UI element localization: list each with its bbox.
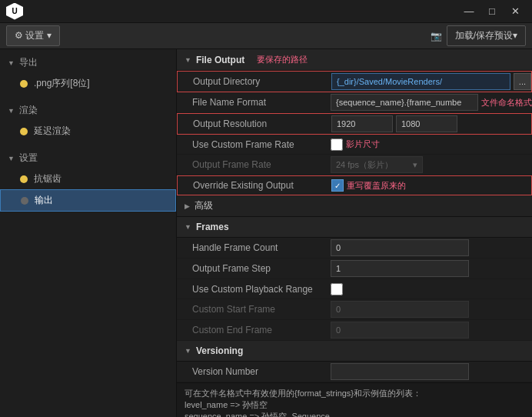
main-layout: ▼ 导出 .png序列[8位] ▼ 渲染 延迟渲染 ▼ 设置 (0, 49, 532, 417)
custom-end-frame-value (331, 322, 532, 339)
toolbar: ⚙ 设置 ▾ 📷 加载/保存预设▾ (0, 23, 532, 49)
frames-header[interactable]: ▼ Frames (177, 217, 532, 238)
dropdown-arrow: ▾ (413, 160, 417, 170)
export-group-label: 导出 (19, 56, 38, 69)
output-directory-label: Output Directory (178, 74, 331, 89)
sidebar-item-antialiasing[interactable]: 抗锯齿 (0, 168, 176, 189)
sidebar-item-deferred[interactable]: 延迟渲染 (0, 121, 176, 142)
output-directory-row: Output Directory ... (177, 71, 532, 92)
use-custom-frame-rate-value: 影片尺寸 (331, 138, 532, 151)
override-existing-row: Override Existing Output ✓ 重写覆盖原来的 (177, 175, 532, 195)
use-custom-frame-rate-checkbox[interactable] (331, 138, 343, 151)
custom-start-frame-value (331, 301, 532, 318)
output-frame-step-row: Output Frame Step (177, 259, 532, 279)
handle-frame-count-value (331, 239, 532, 256)
sidebar-item-png[interactable]: .png序列[8位] (0, 73, 176, 94)
version-number-input[interactable] (331, 363, 469, 380)
settings-button[interactable]: ⚙ 设置 ▾ (6, 25, 60, 46)
render-group-header[interactable]: ▼ 渲染 (0, 100, 176, 121)
deferred-dot (20, 128, 28, 135)
export-group-header[interactable]: ▼ 导出 (0, 52, 176, 73)
use-custom-frame-rate-label: Use Custom Frame Rate (177, 137, 331, 152)
frame-rate-annotation: 影片尺寸 (346, 138, 380, 150)
export-section: ▼ 导出 .png序列[8位] (0, 49, 176, 97)
override-annotation: 重写覆盖原来的 (347, 180, 406, 192)
use-custom-playback-value (331, 283, 532, 295)
output-resolution-row: Output Resolution (177, 113, 532, 135)
custom-start-frame-input[interactable] (331, 301, 469, 318)
advanced-arrow: ▶ (185, 202, 190, 210)
camera-icon: 📷 (431, 31, 442, 42)
version-number-row: Version Number (177, 362, 532, 382)
close-button[interactable]: ✕ (504, 4, 526, 19)
resolution-height-input[interactable] (396, 115, 457, 132)
render-group-label: 渲染 (19, 104, 38, 117)
output-frame-step-input[interactable] (331, 260, 469, 277)
custom-end-frame-label: Custom End Frame (177, 322, 331, 338)
antialiasing-label: 抗锯齿 (34, 172, 62, 185)
custom-end-frame-input[interactable] (331, 322, 469, 339)
load-save-button[interactable]: 加载/保存预设▾ (447, 25, 526, 46)
output-directory-value: ... (331, 73, 531, 90)
output-frame-rate-dropdown[interactable]: 24 fps（影片） ▾ (331, 156, 423, 173)
antialiasing-dot (20, 175, 28, 183)
file-output-arrow: ▼ (185, 56, 191, 64)
sidebar-item-output[interactable]: 输出 (0, 189, 176, 212)
toolbar-right: 📷 加载/保存预设▾ (431, 25, 526, 46)
settings-section: ▼ 设置 抗锯齿 输出 (0, 145, 176, 215)
use-custom-playback-row: Use Custom Playback Range (177, 279, 532, 299)
output-frame-rate-text: 24 fps（影片） (336, 159, 393, 171)
deferred-label: 延迟渲染 (34, 125, 71, 138)
file-name-format-row: File Name Format 文件命名格式 (177, 92, 532, 113)
output-directory-input[interactable] (331, 73, 510, 90)
custom-start-frame-label: Custom Start Frame (177, 302, 331, 317)
output-frame-rate-value: 24 fps（影片） ▾ (331, 156, 532, 173)
export-arrow: ▼ (8, 59, 15, 67)
browse-button[interactable]: ... (514, 73, 531, 90)
custom-start-frame-row: Custom Start Frame (177, 299, 532, 320)
override-existing-checkbox[interactable]: ✓ (331, 179, 344, 192)
title-bar: U — □ ✕ (0, 0, 532, 23)
file-name-format-input[interactable] (331, 94, 478, 111)
output-label: 输出 (35, 194, 53, 207)
content-area: ▼ File Output 要保存的路径 Output Directory ..… (177, 49, 532, 417)
use-custom-playback-label: Use Custom Playback Range (177, 282, 331, 297)
frames-title: Frames (196, 222, 229, 232)
bottom-info-line1: 可在文件名格式中有效使用的{format_strings}和示例值的列表： (185, 388, 524, 399)
bottom-info: 可在文件名格式中有效使用的{format_strings}和示例值的列表： le… (177, 382, 532, 417)
output-frame-step-label: Output Frame Step (177, 261, 331, 276)
override-existing-label: Override Existing Output (178, 178, 331, 193)
file-output-annotation: 要保存的路径 (257, 54, 308, 65)
use-custom-playback-checkbox[interactable] (331, 283, 343, 295)
settings-arrow: ▼ (8, 155, 15, 162)
handle-frame-count-input[interactable] (331, 239, 469, 256)
versioning-header[interactable]: ▼ Versioning (177, 341, 532, 362)
use-custom-frame-rate-row: Use Custom Frame Rate 影片尺寸 (177, 135, 532, 155)
file-name-format-value: 文件命名格式 (331, 94, 532, 111)
render-arrow: ▼ (8, 107, 15, 115)
advanced-header[interactable]: ▶ 高级 (177, 195, 532, 217)
sidebar: ▼ 导出 .png序列[8位] ▼ 渲染 延迟渲染 ▼ 设置 (0, 49, 177, 417)
resolution-width-input[interactable] (331, 115, 393, 132)
output-resolution-value (331, 115, 531, 132)
file-output-title: File Output (196, 55, 244, 65)
version-number-value (331, 363, 532, 380)
png-dot (20, 80, 28, 88)
minimize-button[interactable]: — (458, 4, 480, 19)
handle-frame-count-row: Handle Frame Count (177, 238, 532, 259)
bottom-info-line2: level_name => 孙悟空 (185, 399, 524, 411)
settings-group-header[interactable]: ▼ 设置 (0, 148, 176, 168)
advanced-label: 高级 (195, 199, 213, 212)
file-output-header[interactable]: ▼ File Output 要保存的路径 (177, 49, 532, 71)
versioning-arrow: ▼ (185, 347, 191, 355)
render-section: ▼ 渲染 延迟渲染 (0, 97, 176, 145)
versioning-title: Versioning (196, 345, 243, 356)
output-frame-rate-label: Output Frame Rate (177, 157, 331, 172)
handle-frame-count-label: Handle Frame Count (177, 240, 331, 255)
maximize-button[interactable]: □ (481, 4, 503, 19)
ue-logo: U (6, 3, 23, 20)
override-existing-value: ✓ 重写覆盖原来的 (331, 179, 531, 192)
title-bar-controls: — □ ✕ (458, 4, 526, 19)
output-frame-rate-row: Output Frame Rate 24 fps（影片） ▾ (177, 155, 532, 175)
output-frame-step-value (331, 260, 532, 277)
